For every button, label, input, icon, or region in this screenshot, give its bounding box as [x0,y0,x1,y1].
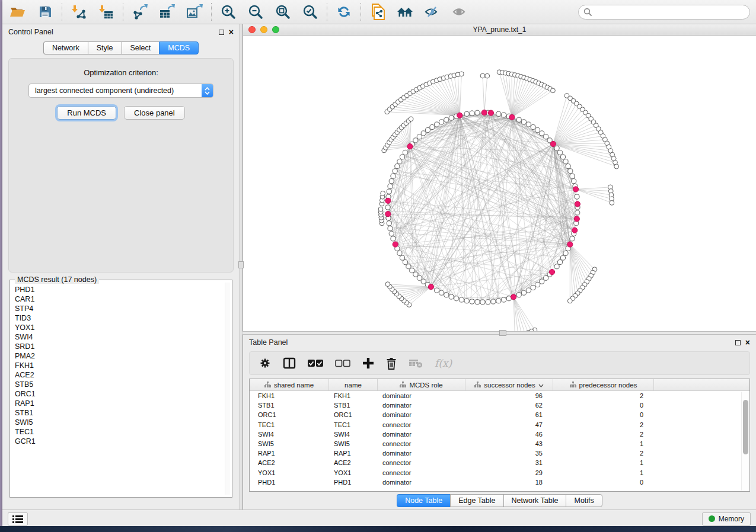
table-row[interactable]: FKH1FKH1dominator962 [250,391,749,400]
graph-node[interactable] [557,259,562,264]
table-cell[interactable]: 0 [553,402,654,409]
column-header-successor-nodes[interactable]: successor nodes [465,379,553,390]
graph-node[interactable] [475,300,480,305]
graph-node[interactable] [566,164,570,168]
graph-node[interactable] [381,191,385,196]
table-settings-icon[interactable] [259,357,271,369]
graph-node[interactable] [575,210,580,215]
tab-style[interactable]: Style [88,41,122,55]
table-cell[interactable]: 35 [465,450,553,457]
table-cell[interactable]: TEC1 [250,421,329,428]
mcds-result-item[interactable]: FKH1 [15,361,224,370]
table-cell[interactable]: ORC1 [250,411,329,418]
graph-node[interactable] [560,155,565,159]
graph-hub-node[interactable] [549,270,554,275]
table-row[interactable]: ORC1ORC1dominator610 [250,410,749,419]
graph-hub-node[interactable] [550,141,556,146]
graph-node[interactable] [417,134,422,139]
open-session-icon[interactable] [8,2,27,21]
table-cell[interactable]: FKH1 [329,392,378,399]
graph-node[interactable] [417,275,422,280]
graph-hub-node[interactable] [457,113,462,118]
graph-node[interactable] [459,297,464,302]
graph-hub-node[interactable] [481,110,487,115]
graph-node[interactable] [444,293,449,297]
graph-node[interactable] [551,88,556,93]
tab-select[interactable]: Select [122,41,160,55]
graph-node[interactable] [464,299,469,303]
table-row[interactable]: PHD1PHD1dominator180 [250,477,749,487]
graph-node[interactable] [391,174,395,178]
export-image-icon[interactable] [185,2,204,21]
tab-node-table[interactable]: Node Table [397,494,450,507]
table-row[interactable]: STB1STB1dominator620 [250,400,749,410]
graph-node[interactable] [454,296,459,301]
graph-node[interactable] [614,164,619,169]
graph-node[interactable] [430,124,435,129]
graph-node[interactable] [563,159,568,164]
graph-node[interactable] [388,226,393,231]
table-cell[interactable]: PHD1 [329,479,378,486]
graph-node[interactable] [444,117,449,122]
table-cell[interactable]: dominator [378,479,465,486]
network-canvas[interactable] [243,36,756,331]
graph-node[interactable] [535,282,540,287]
mcds-result-item[interactable]: PMA2 [15,351,224,361]
graph-hub-node[interactable] [511,294,516,300]
export-table-icon[interactable] [158,2,177,21]
select-all-rows-icon[interactable] [308,359,323,367]
save-session-icon[interactable] [36,2,55,21]
table-cell[interactable]: 18 [465,479,553,486]
graph-node[interactable] [570,174,575,178]
graph-node[interactable] [540,131,544,136]
zoom-out-icon[interactable] [246,2,265,21]
table-cell[interactable]: 62 [465,402,553,409]
horizontal-splitter-handle[interactable] [499,330,506,336]
vertical-splitter-handle[interactable] [238,261,244,268]
table-cell[interactable]: FKH1 [250,392,329,399]
graph-node[interactable] [403,150,407,155]
graph-node[interactable] [393,169,397,174]
graph-hub-node[interactable] [488,110,493,116]
new-network-from-selection-icon[interactable] [368,2,387,21]
close-panel-button[interactable]: Close panel [124,106,185,120]
mcds-result-item[interactable]: TID3 [15,313,224,323]
graph-node[interactable] [535,127,540,132]
table-cell[interactable]: connector [378,459,465,466]
mcds-result-item[interactable]: SWI4 [15,332,224,342]
graph-node[interactable] [544,275,548,280]
table-cell[interactable]: ACE2 [329,459,378,466]
graph-node[interactable] [557,150,562,155]
graph-node[interactable] [439,290,444,295]
mcds-result-item[interactable]: STP4 [15,304,224,313]
graph-node[interactable] [567,299,572,303]
run-mcds-button[interactable]: Run MCDS [57,106,116,120]
graph-node[interactable] [531,285,535,290]
graph-node[interactable] [421,131,426,136]
table-cell[interactable]: SWI4 [329,431,378,438]
table-cell[interactable]: TEC1 [329,421,378,428]
graph-node[interactable] [395,164,400,168]
mcds-result-item[interactable]: SRD1 [15,342,224,351]
zoom-in-icon[interactable] [219,2,238,21]
table-cell[interactable]: 1 [553,459,654,466]
table-cell[interactable]: 1 [553,469,654,476]
graph-node[interactable] [575,194,579,199]
table-cell[interactable]: dominator [378,411,465,418]
search-input[interactable] [578,5,750,20]
graph-node[interactable] [554,146,559,150]
graph-node[interactable] [464,111,469,116]
graph-node[interactable] [413,272,418,277]
graph-node[interactable] [526,288,531,293]
tab-network-table[interactable]: Network Table [503,494,566,507]
table-scrollbar[interactable] [741,392,749,491]
delete-column-icon[interactable] [386,357,397,370]
graph-node[interactable] [531,124,535,129]
table-scrollbar-thumb[interactable] [743,400,748,454]
table-cell[interactable]: dominator [378,450,465,457]
table-cell[interactable]: 61 [465,411,553,418]
graph-hub-node[interactable] [407,144,413,149]
hide-selected-icon[interactable] [423,2,442,21]
graph-node[interactable] [435,288,439,293]
graph-node[interactable] [389,231,394,236]
